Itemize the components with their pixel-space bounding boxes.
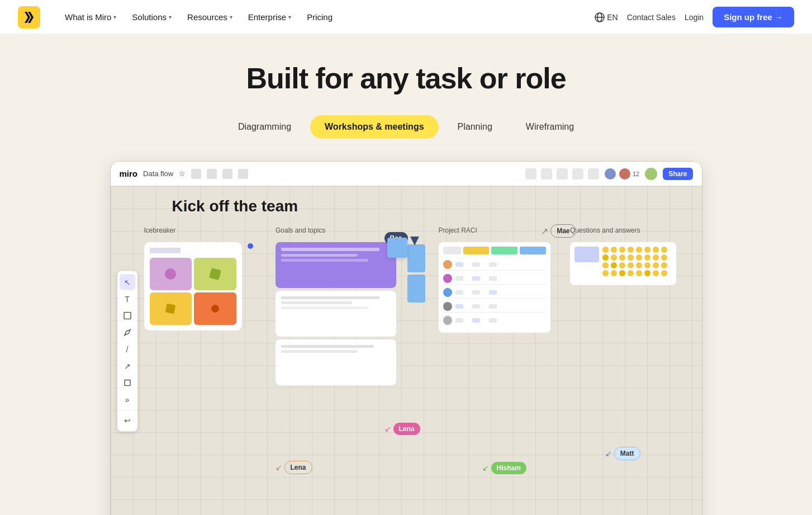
dot [628, 254, 634, 261]
tab-diagramming[interactable]: Diagramming [224, 115, 306, 139]
nav-what-is-miro[interactable]: What is Miro ▾ [58, 8, 123, 26]
raci-cell [489, 290, 497, 295]
present-icon[interactable] [572, 168, 583, 179]
dot [619, 247, 625, 253]
raci-bar-green [491, 247, 517, 254]
raci-cell [472, 318, 480, 323]
nav-solutions[interactable]: Solutions ▾ [125, 8, 178, 26]
dot [619, 270, 625, 276]
board-canvas[interactable]: ↖ T / ↗ » ↩ Kick off the team [111, 186, 702, 515]
card-line [281, 259, 368, 262]
column-qa: Questions and answers [570, 226, 691, 285]
tab-planning[interactable]: Planning [443, 115, 507, 139]
export-icon[interactable] [222, 169, 232, 179]
board-columns: Icebreaker [144, 226, 691, 385]
avatar-group: 12 [604, 167, 639, 181]
nav-resources[interactable]: Resources ▾ [181, 8, 239, 26]
goals-card-purple[interactable] [276, 242, 396, 288]
frame-tool[interactable] [120, 375, 135, 391]
raci-avatar [443, 274, 452, 283]
search-icon[interactable] [238, 169, 248, 179]
raci-bar-blue [520, 247, 546, 254]
raci-cells [455, 262, 546, 267]
goals-cards [276, 242, 396, 385]
dot [611, 262, 617, 268]
qa-top [574, 247, 672, 276]
language-selector[interactable]: EN [595, 12, 618, 22]
pen-tool[interactable]: / [120, 342, 135, 357]
raci-card[interactable] [439, 242, 550, 333]
tab-wireframing[interactable]: Wireframing [511, 115, 588, 139]
raci-cell [472, 262, 480, 267]
dot [653, 262, 659, 268]
blue-sticky [387, 238, 407, 258]
login-link[interactable]: Login [685, 13, 704, 22]
arrow-tool[interactable]: ↗ [120, 358, 135, 374]
raci-cell [455, 276, 463, 281]
card-line [150, 248, 181, 253]
star-icon[interactable]: ☆ [179, 169, 186, 178]
ice-cell-yellow [150, 292, 192, 325]
dot [636, 254, 642, 261]
text-tool[interactable]: T [120, 291, 135, 307]
goals-card-white-1[interactable] [276, 291, 396, 337]
icebreaker-card[interactable] [144, 242, 242, 330]
qa-blue-rect [574, 247, 599, 262]
board-content-area: Kick off the team Icebreaker [111, 186, 702, 515]
raci-cells [455, 276, 546, 281]
more-icon[interactable] [588, 168, 599, 179]
goals-card-white-2[interactable] [276, 339, 396, 385]
shape-tool[interactable] [120, 308, 135, 324]
dot [636, 247, 642, 253]
ice-cell-orange [194, 292, 236, 325]
dot [611, 247, 617, 253]
frame-icon[interactable] [557, 168, 568, 179]
dot [602, 270, 609, 276]
raci-cell [455, 262, 463, 267]
notification-icon[interactable] [207, 169, 217, 179]
yellow-shape [165, 304, 176, 314]
raci-cells [455, 318, 546, 323]
dot [619, 262, 625, 268]
nav-right: EN Contact Sales Login Sign up free → [595, 7, 794, 27]
column-raci: Project RACI [439, 226, 559, 333]
undo-tool[interactable]: ↩ [120, 413, 135, 428]
tab-workshops-meetings[interactable]: Workshops & meetings [310, 115, 439, 139]
settings-icon[interactable] [191, 169, 201, 179]
column-goals: Goals and topics [276, 226, 396, 385]
raci-header-cell-empty [443, 247, 461, 254]
raci-cells [455, 304, 546, 309]
svg-rect-4 [124, 313, 131, 319]
timer-icon[interactable] [541, 168, 552, 179]
more-tools[interactable]: » [120, 392, 135, 408]
share-button[interactable]: Share [663, 168, 692, 180]
contact-sales-link[interactable]: Contact Sales [627, 13, 676, 22]
raci-avatar [443, 316, 452, 325]
signup-button[interactable]: Sign up free → [713, 7, 794, 27]
raci-cell [489, 304, 497, 309]
chevron-down-icon: ▾ [288, 14, 291, 20]
orange-shape [211, 304, 219, 313]
dots-grid [602, 247, 668, 276]
toolbar-divider [120, 410, 135, 410]
raci-cell [489, 318, 497, 323]
dot [602, 247, 609, 253]
lightning-icon[interactable] [525, 168, 536, 179]
draw-tool[interactable] [120, 325, 135, 341]
nav-enterprise[interactable]: Enterprise ▾ [241, 8, 298, 26]
dot [636, 270, 642, 276]
board-toolbar-left: miro Data flow ☆ [120, 169, 249, 179]
dot [602, 262, 609, 268]
qa-card[interactable] [570, 242, 676, 285]
sticky-blue-1 [407, 244, 425, 272]
board-data-flow-label: Data flow [143, 169, 173, 178]
ice-cell-green [194, 258, 236, 290]
raci-row-2 [443, 273, 546, 285]
board-title: Kick off the team [172, 197, 691, 215]
select-tool[interactable]: ↖ [120, 275, 135, 290]
dot [653, 254, 659, 261]
card-line [281, 301, 352, 304]
logo[interactable] [18, 6, 40, 29]
dot [661, 247, 667, 253]
nav-pricing[interactable]: Pricing [300, 8, 339, 26]
